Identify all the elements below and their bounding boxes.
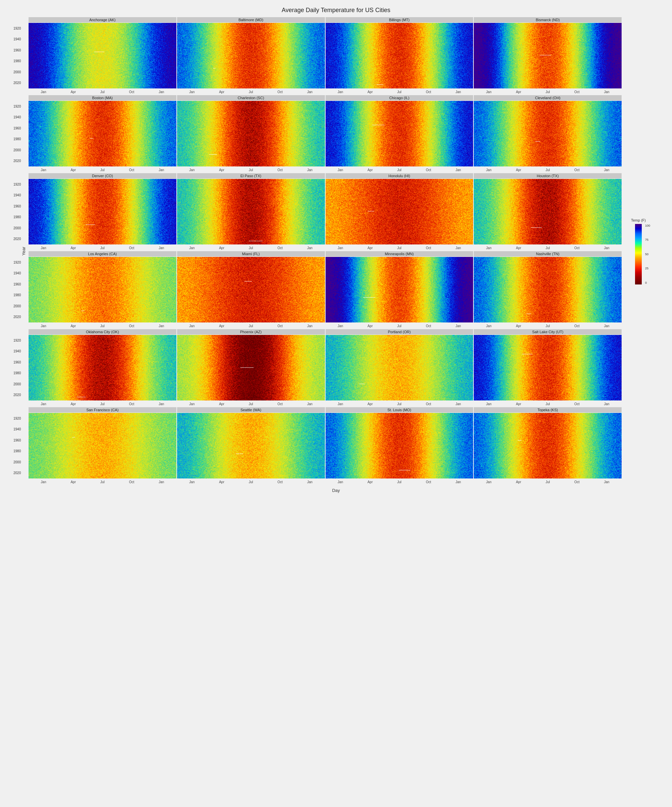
month-label-Oct: Oct (278, 90, 283, 94)
city-label-1-2: Chicago (IL) (326, 95, 473, 101)
year-label-1980: 1980 (13, 293, 21, 297)
x-axis-label: Day (20, 488, 652, 493)
year-label-1940: 1940 (13, 349, 21, 353)
year-label-2000: 2000 (13, 460, 21, 464)
row-group-2: Denver (CO)El Paso (TX)Honolulu (HI)Hous… (28, 173, 622, 251)
legend-label-75: 75 (645, 238, 650, 241)
heatmap-row-2: 192019401960198020002020 (28, 179, 622, 244)
x-axis-cell-1-3: JanAprJulOctJan (474, 168, 622, 173)
city-label-4-1: Phoenix (AZ) (177, 329, 325, 335)
heatmap-canvas-1-3 (474, 101, 622, 166)
month-label-Apr: Apr (219, 168, 224, 172)
year-labels-3: 192019401960198020002020 (13, 257, 21, 322)
month-label-Apr: Apr (516, 168, 521, 172)
city-label-2-1: El Paso (TX) (177, 173, 325, 179)
month-label-Jul: Jul (397, 324, 402, 328)
city-label-4-3: Salt Lake City (UT) (474, 329, 622, 335)
x-axis-cell-1-2: JanAprJulOctJan (326, 168, 473, 173)
month-label-Jan: Jan (189, 402, 195, 406)
heatmap-cell-5-1 (177, 413, 325, 478)
heatmap-cell-3-1 (177, 257, 325, 322)
x-axis-cell-2-1: JanAprJulOctJan (177, 246, 325, 251)
month-label-Jan: Jan (455, 402, 461, 406)
month-label-Jan: Jan (189, 168, 195, 172)
x-axis-cell-0-0: JanAprJulOctJan (28, 90, 176, 95)
month-label-Jul: Jul (100, 480, 104, 484)
month-label-Jan: Jan (604, 402, 609, 406)
month-label-Jan: Jan (41, 90, 46, 94)
month-label-Jul: Jul (397, 168, 402, 172)
year-label-2000: 2000 (13, 226, 21, 230)
month-label-Jan: Jan (486, 90, 492, 94)
month-label-Jul: Jul (100, 246, 104, 250)
month-label-Jan: Jan (455, 90, 461, 94)
month-label-Oct: Oct (129, 168, 134, 172)
month-label-Jan: Jan (159, 246, 164, 250)
month-label-Jan: Jan (159, 168, 164, 172)
heatmap-cell-2-1 (177, 179, 325, 244)
month-label-Jan: Jan (307, 480, 313, 484)
city-header-row-5: San Francisco (CA)Seattle (WA)St. Louis … (28, 407, 622, 413)
month-label-Jan: Jan (189, 90, 195, 94)
year-label-1920: 1920 (13, 261, 21, 264)
year-label-1960: 1960 (13, 282, 21, 286)
row-group-3: Los Angeles (CA)Miami (FL)Minneapolis (M… (28, 251, 622, 329)
month-label-Apr: Apr (71, 90, 76, 94)
heatmap-canvas-2-1 (177, 179, 325, 244)
month-label-Jul: Jul (546, 90, 550, 94)
year-label-2000: 2000 (13, 148, 21, 152)
month-label-Jan: Jan (486, 402, 492, 406)
year-label-1960: 1960 (13, 48, 21, 52)
x-axis-row-3: JanAprJulOctJanJanAprJulOctJanJanAprJulO… (28, 324, 622, 329)
month-label-Jul: Jul (249, 168, 253, 172)
year-label-2000: 2000 (13, 70, 21, 74)
year-label-1920: 1920 (13, 27, 21, 30)
month-label-Apr: Apr (219, 480, 224, 484)
year-label-2020: 2020 (13, 237, 21, 241)
month-label-Jan: Jan (604, 246, 609, 250)
x-axis-cell-5-3: JanAprJulOctJan (474, 480, 622, 485)
year-label-1920: 1920 (13, 417, 21, 420)
heatmap-row-3: 192019401960198020002020 (28, 257, 622, 322)
month-label-Apr: Apr (516, 90, 521, 94)
year-label-2000: 2000 (13, 304, 21, 308)
heatmap-row-1: 192019401960198020002020 (28, 101, 622, 166)
year-labels-2: 192019401960198020002020 (13, 179, 21, 244)
city-label-1-0: Boston (MA) (28, 95, 176, 101)
heatmap-canvas-1-1 (177, 101, 325, 166)
year-labels-5: 192019401960198020002020 (13, 413, 21, 478)
month-label-Jul: Jul (397, 246, 402, 250)
heatmap-canvas-5-2 (326, 413, 473, 478)
month-label-Jan: Jan (41, 402, 46, 406)
month-label-Jan: Jan (604, 90, 609, 94)
city-label-0-1: Baltimore (MD) (177, 17, 325, 23)
heatmap-canvas-5-0 (28, 413, 176, 478)
city-header-row-0: Anchorage (AK)Baltimore (MD)Billings (MT… (28, 17, 622, 23)
month-label-Jul: Jul (249, 90, 253, 94)
month-label-Jan: Jan (455, 168, 461, 172)
city-label-4-0: Oklahoma City (OK) (28, 329, 176, 335)
heatmap-cell-1-1 (177, 101, 325, 166)
heatmap-canvas-3-3 (474, 257, 622, 322)
heatmap-canvas-3-2 (326, 257, 473, 322)
month-label-Jul: Jul (546, 246, 550, 250)
x-axis-cell-2-2: JanAprJulOctJan (326, 246, 473, 251)
year-label-1920: 1920 (13, 183, 21, 186)
month-label-Oct: Oct (278, 246, 283, 250)
city-header-row-1: Boston (MA)Charleston (SC)Chicago (IL)Cl… (28, 95, 622, 101)
month-label-Jul: Jul (249, 480, 253, 484)
month-label-Oct: Oct (278, 402, 283, 406)
month-label-Oct: Oct (129, 480, 134, 484)
heatmap-row-5: 192019401960198020002020 (28, 413, 622, 478)
month-label-Oct: Oct (278, 480, 283, 484)
year-label-1960: 1960 (13, 126, 21, 130)
month-label-Jan: Jan (604, 324, 609, 328)
heatmap-canvas-4-1 (177, 335, 325, 400)
city-label-1-3: Cleveland (OH) (474, 95, 622, 101)
month-label-Jul: Jul (546, 324, 550, 328)
city-label-5-1: Seattle (WA) (177, 407, 325, 413)
heatmap-canvas-0-1 (177, 23, 325, 88)
city-label-3-3: Nashville (TN) (474, 251, 622, 257)
x-axis-cell-4-0: JanAprJulOctJan (28, 402, 176, 407)
month-label-Jan: Jan (338, 246, 343, 250)
